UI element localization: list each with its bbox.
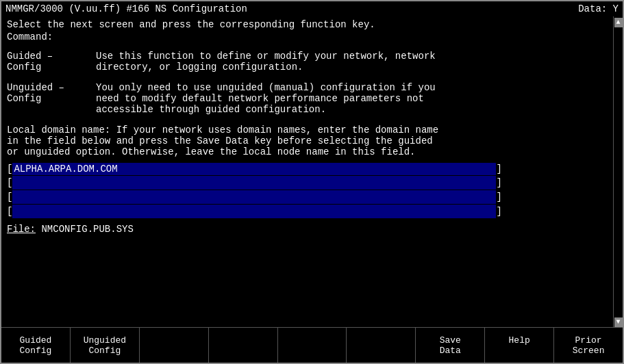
fn-key-6[interactable] [347, 328, 416, 363]
data-indicator: Data: Y [578, 3, 619, 14]
guided-config-section: Guided – Config Use this function to def… [7, 51, 608, 73]
fn-key-5[interactable] [278, 328, 347, 363]
main-content: Select the next screen and press the cor… [1, 16, 613, 327]
content-area: Select the next screen and press the cor… [1, 16, 623, 327]
domain-section: Local domain name: If your network uses … [7, 125, 608, 157]
unguided-label-line1: Unguided – [7, 82, 96, 93]
file-label: File: [7, 224, 36, 235]
bracket-close-4: ] [496, 206, 501, 217]
title-bar: NMMGR/3000 (V.uu.ff) #166 NS Configurati… [1, 1, 623, 16]
input-field-1[interactable]: ALPHA.ARPA.DOM.COM [12, 163, 496, 175]
guided-label-line1: Guided – [7, 51, 96, 62]
fn-help-line2 [516, 346, 522, 356]
scroll-up-arrow[interactable]: ▲ [614, 18, 623, 27]
unguided-config-label: Unguided – Config [7, 82, 96, 115]
bracket-open-4: [ [7, 206, 12, 217]
fn-key-guided-config[interactable]: Guided Config [1, 328, 71, 363]
fn-key-unguided-config[interactable]: Unguided Config [71, 328, 140, 363]
fn-unguided-line2: Config [88, 346, 121, 356]
fn-key-help[interactable]: Help [485, 328, 554, 363]
fn-key-3[interactable] [140, 328, 209, 363]
terminal-window: NMMGR/3000 (V.uu.ff) #166 NS Configurati… [0, 0, 624, 364]
input-row-3: [ ] [7, 190, 608, 204]
input-row-1: [ALPHA.ARPA.DOM.COM] [7, 163, 608, 175]
input-row-2: [ ] [7, 176, 608, 190]
fn-key-prior-screen[interactable]: Prior Screen [554, 328, 623, 363]
fn-key-4[interactable] [209, 328, 278, 363]
unguided-label-line2: Config [7, 93, 96, 104]
domain-line1: Local domain name: If your network uses … [7, 125, 608, 135]
bracket-open-3: [ [7, 192, 12, 203]
fn-help-line1: Help [509, 335, 530, 346]
fn-key-save-data[interactable]: Save Data [416, 328, 485, 363]
domain-line3: or unguided option. Otherwise, leave the… [7, 146, 608, 157]
bracket-close-3: ] [496, 192, 501, 203]
function-key-bar: Guided Config Unguided Config Save Data [1, 327, 623, 363]
command-line: Command: [7, 31, 608, 42]
guided-config-text: Use this function to define or modify yo… [96, 51, 436, 73]
fn-guided-line1: Guided [20, 335, 52, 346]
bracket-open-2: [ [7, 177, 12, 188]
instruction-text: Select the next screen and press the cor… [7, 19, 608, 30]
scrollbar[interactable]: ▲ ▼ [613, 16, 623, 327]
bracket-close-2: ] [496, 177, 501, 188]
unguided-config-text: You only need to use unguided (manual) c… [96, 82, 436, 115]
fn-prior-line1: Prior [575, 335, 602, 346]
fn-unguided-line1: Unguided [84, 335, 126, 346]
fn-guided-line2: Config [20, 346, 52, 356]
guided-label-line2: Config [7, 62, 96, 73]
fn-save-line2: Data [440, 346, 461, 356]
title-text: NMMGR/3000 (V.uu.ff) #166 NS Configurati… [5, 3, 247, 14]
domain-line2: in the field below and press the Save Da… [7, 135, 608, 146]
input-row-4: [ ] [7, 205, 608, 218]
file-value: NMCONFIG.PUB.SYS [41, 224, 133, 235]
input-field-3[interactable] [12, 190, 496, 204]
scroll-down-arrow[interactable]: ▼ [614, 317, 623, 327]
input-fields-container: [ALPHA.ARPA.DOM.COM] [ ] [ ] [ ] [7, 163, 608, 218]
input-field-4[interactable] [12, 205, 496, 218]
guided-config-label: Guided – Config [7, 51, 96, 73]
bracket-open-1: [ [7, 164, 12, 174]
fn-prior-line2: Screen [573, 346, 605, 356]
fn-save-line1: Save [440, 335, 461, 346]
bracket-close-1: ] [496, 164, 501, 174]
file-line: File: NMCONFIG.PUB.SYS [7, 224, 608, 235]
unguided-config-section: Unguided – Config You only need to use u… [7, 82, 608, 115]
input-field-2[interactable] [12, 176, 496, 190]
